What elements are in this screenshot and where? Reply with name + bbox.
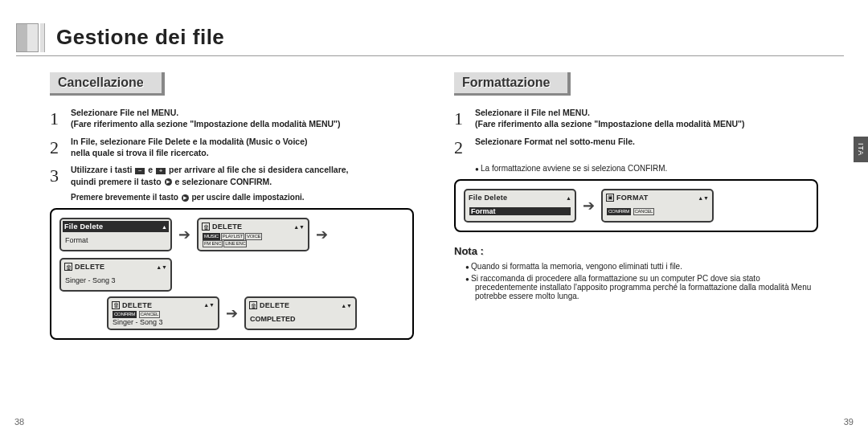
rstep1-line1: Selezionare il File nel MENU. (475, 108, 590, 117)
note-item-1: Quando si formatta la memoria, vengono e… (454, 262, 818, 271)
lcd-title: DELETE (75, 263, 154, 271)
step-body: Selezionare File nel MENU. (Fare riferim… (71, 107, 414, 131)
note-item-2: Si raccomanda di procedere alla formatta… (454, 274, 818, 300)
exit-b: per uscire dalle impostazioni. (192, 193, 305, 202)
step-body: Selezionare il File nel MENU. (Fare rife… (475, 107, 818, 131)
lcd-flow-row: File Delete ▲ Format 🗑 DELETE ▲▼ M (50, 208, 414, 340)
pill: LINE ENC (223, 240, 247, 247)
pill: FM ENC (203, 240, 223, 247)
step-number: 1 (50, 107, 64, 131)
pill: CANCEL (633, 208, 655, 215)
updown-icon: ▲▼ (203, 302, 215, 308)
updown-icon: ▲ (162, 224, 167, 230)
trash-icon: 🗑 (112, 301, 120, 309)
pill: VOICE (245, 233, 262, 240)
page-number-left: 38 (14, 417, 24, 427)
content-columns: Cancellazione 1 Selezionare File nel MEN… (50, 72, 818, 409)
pill: CANCEL (139, 311, 161, 318)
disk-icon: ▣ (606, 194, 614, 202)
step3-part-d: quindi premere il tasto (71, 177, 162, 186)
lcd-line2: Format (469, 207, 571, 215)
page-title: Gestione dei file (56, 25, 224, 50)
step-number: 2 (50, 136, 64, 160)
trash-icon: 🗑 (64, 263, 72, 271)
lcd-title: DELETE (212, 223, 291, 231)
lcd-screen-file-menu: File Delete ▲ Format (59, 218, 172, 251)
lcd-line2: Format (65, 236, 166, 244)
pill: CONFIRM (113, 311, 137, 318)
updown-icon: ▲▼ (293, 224, 305, 230)
page-header: Gestione dei file (16, 19, 844, 56)
arrow-right-icon (583, 197, 595, 214)
arrow-right-icon (316, 226, 328, 243)
exit-a: Premere brevemente il tasto (71, 193, 178, 202)
header-ornament-right (40, 23, 45, 52)
step3-part-a: Utilizzare i tasti (71, 165, 132, 174)
lcd-screen-format-confirm: ▣ FORMAT ▲▼ CONFIRM CANCEL (601, 189, 714, 223)
step3-part-c: per arrivare al file che si desidera can… (169, 165, 349, 174)
trash-icon: 🗑 (202, 223, 210, 231)
section-header-format: Formattazione (454, 72, 571, 96)
lcd-line: COMPLETED (250, 315, 351, 323)
left-step-1: 1 Selezionare File nel MENU. (Fare rifer… (50, 107, 414, 131)
exit-instruction: Premere brevemente il tasto per uscire d… (71, 193, 414, 202)
note-label: Nota : (454, 245, 818, 257)
pill: MUSIC (203, 233, 220, 240)
updown-icon: ▲▼ (156, 264, 167, 270)
lcd-screen-delete-song: 🗑 DELETE ▲▼ Singer - Song 3 (59, 258, 172, 292)
updown-icon: ▲ (566, 195, 571, 201)
rstep1-line2: (Fare riferimento alla sezione "Impostaz… (475, 119, 745, 129)
lcd-line: Singer - Song 3 (113, 318, 214, 326)
step3-part-e: e selezionare CONFIRM. (174, 177, 272, 186)
rstep2-line1: Selezionare Format nel sotto-menu File. (475, 137, 635, 146)
lcd-flow-row-right: File Delete ▲ Format ▣ FORMAT ▲▼ CONFIRM… (454, 179, 818, 232)
lcd-screen-delete-tabs: 🗑 DELETE ▲▼ MUSICPLAYLISTVOICE FM ENCLIN… (197, 218, 309, 251)
lcd-title: FORMAT (616, 194, 695, 202)
step-body: Utilizzare i tasti e per arrivare al fil… (71, 164, 414, 188)
lcd-screen-delete-confirm: 🗑 DELETE ▲▼ CONFIRM CANCEL Singer - Song… (107, 296, 219, 330)
right-column: Formattazione 1 Selezionare il File nel … (454, 72, 818, 409)
pill: CONFIRM (607, 208, 631, 215)
lcd-screen-file-menu-format: File Delete ▲ Format (464, 189, 576, 223)
step1-line1: Selezionare File nel MENU. (71, 108, 178, 117)
pill: PLAYLIST (221, 233, 244, 240)
header-ornament-left (16, 23, 39, 52)
step-number: 1 (454, 107, 469, 131)
right-step-2: 2 Selezionare Format nel sotto-menu File… (454, 136, 818, 160)
lcd-line1: File Delete (469, 194, 563, 202)
lcd-line: Singer - Song 3 (65, 276, 166, 284)
lcd-title: DELETE (260, 301, 338, 309)
play-key-icon (182, 194, 189, 202)
page-number-right: 39 (844, 417, 854, 427)
step2-line2: nella quale si trova il file ricercato. (71, 148, 209, 157)
left-column: Cancellazione 1 Selezionare File nel MEN… (50, 72, 414, 409)
play-key-icon (165, 178, 172, 186)
step1-line2: (Fare riferimento alla sezione "Impostaz… (71, 119, 341, 129)
left-step-3: 3 Utilizzare i tasti e per arrivare al f… (50, 164, 414, 188)
arrow-right-icon (178, 226, 190, 243)
lcd-screen-delete-completed: 🗑 DELETE ▲▼ COMPLETED (244, 296, 357, 330)
plus-key-icon (156, 168, 166, 174)
arrow-right-icon (226, 304, 238, 322)
rstep2-bullet: La formattazione avviene se si seleziona… (475, 164, 818, 173)
updown-icon: ▲▼ (698, 195, 709, 201)
minus-key-icon (135, 168, 145, 174)
step-body: In File, selezionare File Delete e la mo… (71, 136, 414, 160)
language-tab: ITA (854, 137, 868, 162)
step-body: Selezionare Format nel sotto-menu File. (475, 136, 818, 160)
lcd-title: DELETE (122, 301, 201, 309)
section-header-cancel: Cancellazione (50, 72, 165, 96)
trash-icon: 🗑 (249, 301, 257, 309)
step3-part-b: e (148, 165, 153, 174)
updown-icon: ▲▼ (341, 303, 352, 308)
lcd-line1: File Delete (64, 223, 159, 231)
step-number: 3 (50, 164, 64, 188)
step-number: 2 (454, 136, 469, 160)
right-step-1: 1 Selezionare il File nel MENU. (Fare ri… (454, 107, 818, 131)
step2-line1: In File, selezionare File Delete e la mo… (71, 137, 307, 146)
left-step-2: 2 In File, selezionare File Delete e la … (50, 136, 414, 160)
